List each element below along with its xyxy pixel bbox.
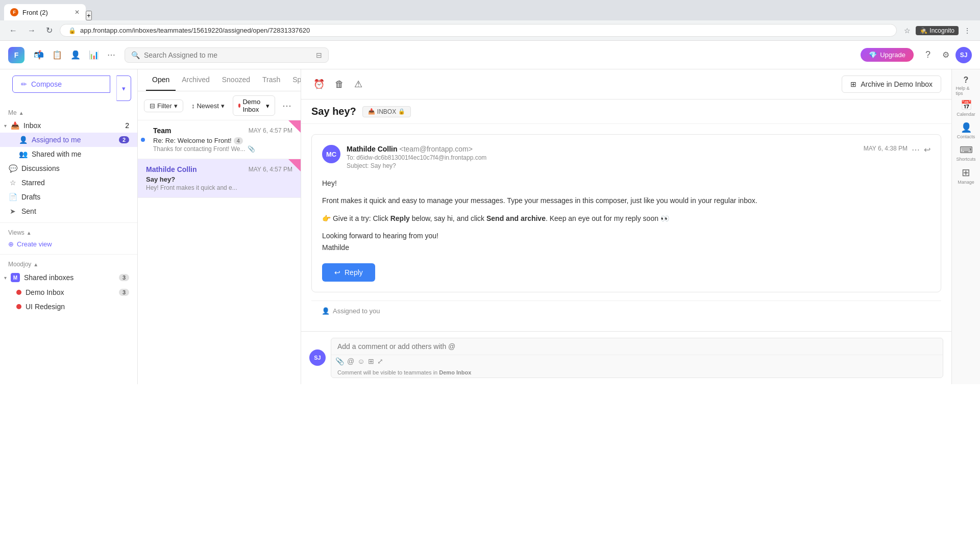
email-card: MC Mathilde Collin <team@frontapp.com> T… <box>311 134 941 292</box>
search-icon: 🔍 <box>131 51 140 59</box>
address-bar[interactable]: 🔒 app.frontapp.com/inboxes/teammates/156… <box>60 24 897 37</box>
sort-icon: ↕ <box>191 102 195 110</box>
inbox-nav-icon[interactable]: 📬 <box>31 47 47 63</box>
tab-open[interactable]: Open <box>146 69 176 91</box>
demo-inbox-dot-icon <box>16 290 21 295</box>
upgrade-button[interactable]: 💎 Upgrade <box>861 48 914 62</box>
reply-button-label: Reply <box>345 268 363 277</box>
bookmark-button[interactable]: ☆ <box>901 24 914 37</box>
email-reply-icon-button[interactable]: ↩ <box>924 145 930 155</box>
spam-button[interactable]: ⚠ <box>352 77 364 92</box>
assigned-icon: 👤 <box>18 136 28 144</box>
inbox-tag-lock-icon: 🔒 <box>398 108 405 115</box>
tab-spam[interactable]: Spam <box>286 69 301 91</box>
sent-label: Sent <box>21 207 129 215</box>
paperclip-icon[interactable]: 📎 <box>335 357 344 365</box>
sidebar-item-discussions[interactable]: 💬 Discussions <box>0 161 137 176</box>
list-more-button[interactable]: ⋯ <box>279 99 295 112</box>
comment-avatar: SJ <box>309 349 326 366</box>
search-filter-icon[interactable]: ⊟ <box>316 51 322 59</box>
calendar-sidebar-icon[interactable]: 📅 Calendar <box>956 98 976 118</box>
drafts-icon: 📄 <box>8 193 17 201</box>
expand-icon[interactable]: ⤢ <box>377 357 383 365</box>
message-date: MAY 6, 4:57 PM <box>249 166 292 173</box>
inbox-tag: 📥 INBOX 🔒 <box>362 106 411 117</box>
assigned-badge: 2 <box>119 136 129 143</box>
tab-archived[interactable]: Archived <box>176 69 215 91</box>
browser-menu-button[interactable]: ⋮ <box>961 24 974 37</box>
lock-icon: 🔒 <box>68 27 76 34</box>
more-nav-icon[interactable]: ⋯ <box>104 47 118 63</box>
archive-in-demo-button[interactable]: ⊞ Archive in Demo Inbox <box>842 76 941 93</box>
email-more-button[interactable]: ⋯ <box>912 145 920 155</box>
inbox-parent[interactable]: ▾ 📥 Inbox 2 <box>0 118 137 133</box>
sidebar-item-ui-redesign[interactable]: UI Redesign <box>0 299 137 314</box>
sort-button[interactable]: ↕ Newest ▾ <box>187 100 229 112</box>
calendar-nav-icon[interactable]: 📋 <box>49 47 65 63</box>
delete-button[interactable]: 🗑 <box>333 77 346 92</box>
body-line-4: Looking forward to hearing from you!Math… <box>322 230 930 253</box>
sidebar-item-sent[interactable]: ➤ Sent <box>0 204 137 218</box>
sidebar-item-starred[interactable]: ☆ Starred <box>0 176 137 190</box>
sent-icon: ➤ <box>8 207 17 215</box>
comment-input[interactable] <box>331 338 943 355</box>
comment-action-icon[interactable]: ⊞ <box>368 357 374 365</box>
create-view-button[interactable]: ⊕ Create view <box>0 238 137 250</box>
message-item[interactable]: Mathilde Collin MAY 6, 4:57 PM Say hey? … <box>138 159 301 198</box>
sidebar-item-shared-with-me[interactable]: 👥 Shared with me <box>0 147 137 161</box>
help-tips-label: Help & tips <box>956 86 976 96</box>
new-tab-button[interactable]: + <box>86 11 92 20</box>
user-avatar[interactable]: SJ <box>955 47 972 63</box>
reply-button[interactable]: ↩ Reply <box>322 263 375 282</box>
analytics-nav-icon[interactable]: 📊 <box>86 47 102 63</box>
manage-sidebar-icon[interactable]: ⊞ Manage <box>956 165 976 186</box>
app-logo[interactable]: F <box>8 47 24 63</box>
settings-button[interactable]: ⚙ <box>942 50 949 60</box>
search-input[interactable] <box>144 51 312 59</box>
tab-snoozed[interactable]: Snoozed <box>216 69 256 91</box>
ui-redesign-label: UI Redesign <box>26 303 129 311</box>
mention-icon[interactable]: @ <box>347 357 354 365</box>
message-preview-text: Hey! Front makes it quick and e... <box>146 184 237 191</box>
emoji-icon[interactable]: ☺ <box>357 357 364 365</box>
tab-favicon: F <box>10 8 18 16</box>
help-button[interactable]: ? <box>920 47 936 63</box>
reload-button[interactable]: ↻ <box>43 23 56 37</box>
body-line-1: Hey! <box>322 178 930 189</box>
sidebar-item-demo-inbox[interactable]: Demo Inbox 3 <box>0 285 137 299</box>
help-icon: ? <box>964 76 969 85</box>
divider-2 <box>0 254 137 255</box>
message-preview: Thanks for contacting Front! We... 📎 <box>153 145 292 153</box>
archive-label: Archive in Demo Inbox <box>861 80 933 88</box>
snooze-button[interactable]: ⏰ <box>311 77 327 92</box>
active-tab[interactable]: F Front (2) ✕ <box>4 4 86 20</box>
assigned-notice-icon: 👤 <box>322 307 330 315</box>
help-tips-icon[interactable]: ? Help & tips <box>956 76 976 96</box>
header-right: 💎 Upgrade ? ⚙ SJ <box>861 47 972 63</box>
shared-inboxes-parent[interactable]: ▾ M Shared inboxes 3 <box>0 270 137 285</box>
message-date: MAY 6, 4:57 PM <box>249 127 292 134</box>
email-meta: Mathilde Collin <team@frontapp.com> To: … <box>347 145 864 169</box>
compose-label: Compose <box>31 80 62 88</box>
inbox-selector[interactable]: Demo Inbox ▾ <box>233 95 275 116</box>
sidebar-item-drafts[interactable]: 📄 Drafts <box>0 190 137 204</box>
message-item[interactable]: Team MAY 6, 4:57 PM Re: Re: Welcome to F… <box>138 120 301 159</box>
views-label: Views <box>8 229 24 236</box>
shortcuts-sidebar-icon[interactable]: ⌨ Shortcuts <box>956 143 976 163</box>
compose-dropdown-button[interactable]: ▾ <box>116 76 131 101</box>
message-view: ⏰ 🗑 ⚠ ⊞ Archive in Demo Inbox Say hey? 📥… <box>301 69 951 384</box>
back-button[interactable]: ← <box>6 24 20 37</box>
close-tab-button[interactable]: ✕ <box>75 9 80 16</box>
filter-button[interactable]: ⊟ Filter ▾ <box>144 99 183 112</box>
contacts-sidebar-icon[interactable]: 👤 Contacts <box>956 120 976 141</box>
tab-trash[interactable]: Trash <box>256 69 286 91</box>
sidebar-item-assigned-to-me[interactable]: 👤 Assigned to me 2 <box>0 133 137 147</box>
contacts-nav-icon[interactable]: 👤 <box>67 47 84 63</box>
search-bar[interactable]: 🔍 ⊟ <box>125 47 329 63</box>
compose-button[interactable]: ✏ Compose <box>12 76 110 93</box>
incognito-badge: Incognito <box>916 26 959 35</box>
starred-label: Starred <box>21 179 129 187</box>
inbox-selector-chevron-icon: ▾ <box>266 102 270 110</box>
email-actions: ⋯ ↩ <box>912 145 930 155</box>
forward-button[interactable]: → <box>24 24 39 37</box>
